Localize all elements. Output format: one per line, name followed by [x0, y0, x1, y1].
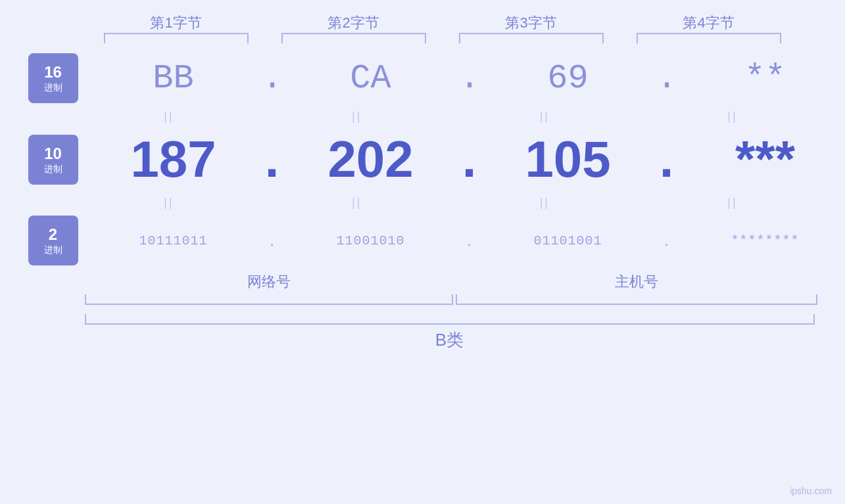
top-bracket-4 [637, 33, 781, 43]
dec-col2: 202 [282, 129, 460, 189]
hex-col3: 69 [479, 59, 657, 98]
network-bracket-line [85, 294, 453, 305]
eq2-col2: || [272, 196, 441, 210]
bin-values: 10111011 . 11001010 . 01101001 . *******… [85, 231, 846, 250]
class-label-row: B类 [85, 329, 815, 352]
bin-dot1: . [262, 231, 282, 250]
dec-col4: *** [677, 129, 846, 189]
class-bracket-area [85, 314, 817, 325]
column-headers: 第1字节 第2字节 第3字节 第4字节 [87, 13, 817, 33]
dec-row: 10 进制 187 . 202 . 105 . *** [28, 129, 817, 189]
hex-dot1: . [262, 59, 282, 98]
network-section: 网络号 [85, 272, 453, 305]
eq1-col1: || [85, 110, 254, 124]
class-label: B类 [435, 329, 464, 352]
eq1-col3: || [460, 110, 629, 124]
hex-badge-label: 进制 [44, 82, 62, 93]
dec-dot2: . [460, 129, 479, 189]
bin-col4: ******** [677, 233, 846, 248]
top-bracket-3 [459, 33, 604, 43]
bin-col2: 11001010 [282, 233, 460, 248]
eq2-col1: || [85, 196, 254, 210]
col-header-1: 第1字节 [87, 13, 265, 33]
hex-col4: ** [677, 59, 846, 98]
col-header-4: 第4字节 [620, 13, 798, 33]
col-header-3: 第3字节 [443, 13, 620, 33]
hex-dot3: . [657, 59, 677, 98]
top-bracket-2 [281, 33, 426, 43]
top-bracket-1 [104, 33, 249, 43]
eq1-col2: || [272, 110, 441, 124]
dec-badge-label: 进制 [44, 164, 62, 175]
equals-row-1: || || || || [85, 103, 817, 129]
dec-col3: 105 [479, 129, 657, 189]
host-section: 主机号 [456, 272, 817, 305]
eq1-col4: || [648, 110, 817, 124]
dec-values: 187 . 202 . 105 . *** [85, 129, 846, 189]
dec-badge-number: 10 [44, 145, 62, 164]
dec-col1: 187 [85, 129, 262, 189]
bin-dot3: . [657, 231, 677, 250]
hex-row: 16 进制 BB . CA . 69 . ** [28, 53, 817, 103]
bin-badge: 2 进制 [28, 216, 78, 265]
host-label: 主机号 [615, 272, 658, 292]
bin-badge-number: 2 [49, 225, 57, 244]
host-bracket-line [456, 294, 817, 305]
hex-badge: 16 进制 [28, 53, 78, 103]
bin-dot2: . [460, 231, 479, 250]
dec-dot1: . [262, 129, 282, 189]
bottom-label-area: 网络号 主机号 [85, 272, 817, 305]
bin-row: 2 进制 10111011 . 11001010 . 01101001 . **… [28, 216, 817, 265]
watermark: ipshu.com [790, 486, 832, 496]
bin-col1: 10111011 [85, 233, 262, 248]
hex-col2: CA [282, 59, 460, 98]
top-bracket-lines [87, 33, 817, 43]
bin-col3: 01101001 [479, 233, 657, 248]
equals-row-2: || || || || [85, 189, 817, 216]
eq2-col3: || [460, 196, 629, 210]
class-bracket-line [85, 314, 815, 325]
eq2-col4: || [648, 196, 817, 210]
col-header-2: 第2字节 [265, 13, 443, 33]
hex-values: BB . CA . 69 . ** [85, 59, 846, 98]
network-label: 网络号 [247, 272, 291, 292]
bin-badge-label: 进制 [44, 244, 62, 256]
dec-dot3: . [657, 129, 677, 189]
hex-dot2: . [460, 59, 479, 98]
dec-badge: 10 进制 [28, 135, 78, 185]
hex-col1: BB [85, 59, 262, 98]
hex-badge-number: 16 [44, 63, 62, 82]
